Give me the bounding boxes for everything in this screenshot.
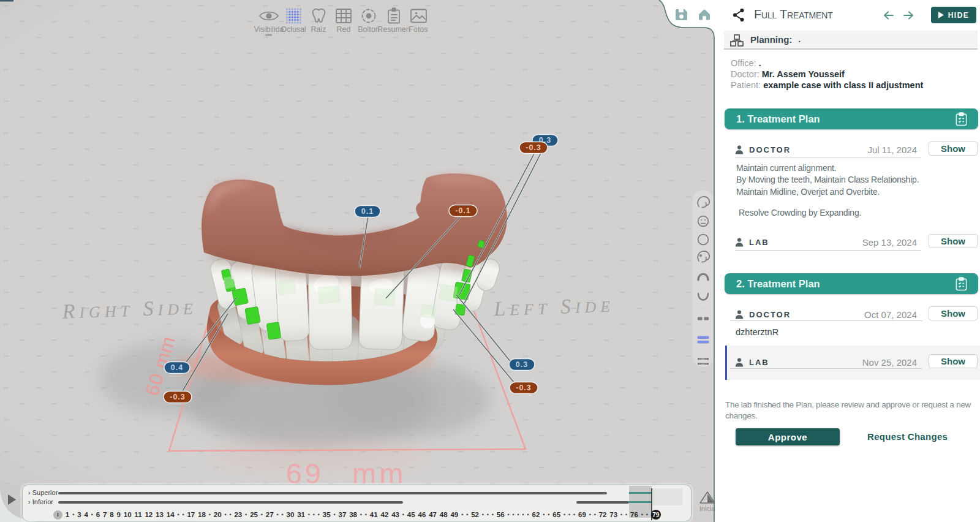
svg-text:0.3: 0.3 bbox=[516, 360, 528, 369]
svg-text:-0.3: -0.3 bbox=[516, 384, 532, 392]
svg-text:Visibilida: Visibilida bbox=[254, 25, 284, 34]
svg-text:Red: Red bbox=[337, 25, 351, 34]
svg-text:-0.1: -0.1 bbox=[455, 206, 471, 215]
svg-text:-0.3: -0.3 bbox=[170, 393, 186, 401]
svg-text:Raiz: Raiz bbox=[311, 25, 326, 34]
svg-text:Resumen: Resumen bbox=[377, 25, 410, 34]
svg-text:0.4: 0.4 bbox=[171, 363, 183, 372]
svg-text:0.1: 0.1 bbox=[361, 207, 374, 216]
svg-text:Oclusal: Oclusal bbox=[281, 25, 306, 34]
svg-text:-0.3: -0.3 bbox=[526, 143, 541, 152]
svg-text:Bolton: Bolton bbox=[358, 25, 379, 34]
svg-text:Fotos: Fotos bbox=[409, 25, 428, 34]
